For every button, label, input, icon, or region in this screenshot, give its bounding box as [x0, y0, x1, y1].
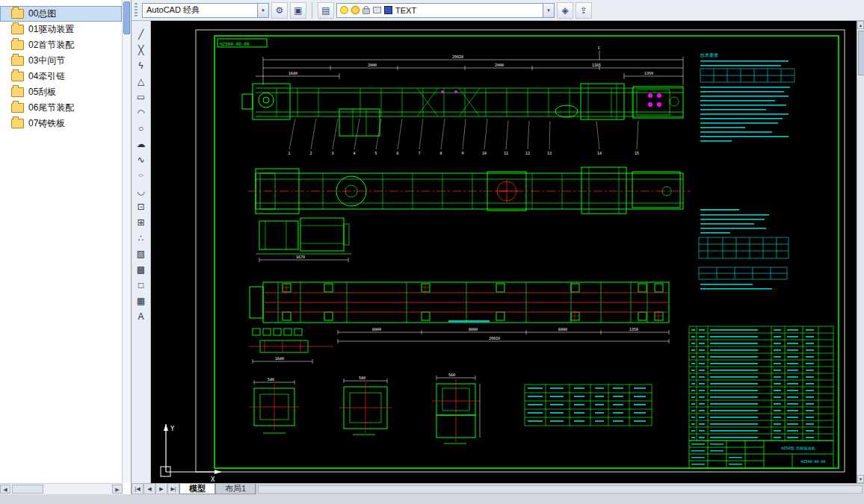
tool-arc-button[interactable]: ◠	[134, 105, 149, 120]
tree-item-label: 03中间节	[28, 55, 65, 67]
scroll-left-icon[interactable]: ◀	[0, 485, 10, 494]
layer-freeze-icon[interactable]	[351, 6, 360, 14]
scrollbar-track[interactable]	[258, 485, 863, 494]
tree-item-03-middle[interactable]: 03中间节	[0, 53, 122, 69]
insert-block-icon: ⊡	[137, 202, 144, 212]
tool-polyline-button[interactable]: ϟ	[134, 58, 149, 73]
layer-combo[interactable]: TEXT ▼	[336, 3, 555, 18]
dim-label: 2000	[495, 63, 504, 67]
tool-spline-button[interactable]: ∿	[134, 152, 149, 167]
svg-text:11: 11	[504, 151, 508, 155]
tool-ellipse-button[interactable]: ○	[134, 168, 149, 183]
canvas-vertical-scrollbar[interactable]: ▲ ▼	[857, 21, 864, 483]
tree-item-label: 06尾节装配	[28, 102, 74, 114]
scrollbar-thumb[interactable]	[123, 1, 130, 34]
dim-label: 560	[448, 373, 455, 377]
draw-toolbar: ╱ ╳ ϟ △ ▭ ◠ ○ ☁ ∿ ○ ◡ ⊡ ⊞ ∴ ▨ ▩ □ ▦ A	[132, 21, 151, 483]
drive-detail-view: 1670	[256, 218, 351, 262]
svg-text:4: 4	[353, 151, 355, 155]
canvas-horizontal-scrollbar[interactable]	[256, 484, 864, 494]
tool-polygon-button[interactable]: △	[134, 74, 149, 89]
tree-vertical-scrollbar[interactable]	[122, 0, 131, 482]
tree-item-01-drive[interactable]: 01驱动装置	[0, 22, 122, 37]
tab-nav-first-button[interactable]: |◀	[132, 484, 144, 494]
tool-insert-block-button[interactable]: ⊡	[134, 199, 149, 214]
tool-mtext-button[interactable]: A	[134, 309, 149, 324]
svg-text:3: 3	[331, 151, 333, 155]
tab-layout1[interactable]: 布局1	[215, 484, 256, 494]
title-block: HZ50型 刮板输送机 HZ500-00-00	[689, 441, 833, 468]
tree-item-04-chain[interactable]: 04牵引链	[0, 69, 122, 84]
section-label: C	[598, 46, 600, 50]
tree-item-00-general[interactable]: 00总图	[0, 6, 122, 22]
scroll-down-icon[interactable]: ▼	[857, 475, 864, 483]
tool-hatch-button[interactable]: ▨	[134, 246, 149, 261]
tool-rectangle-button[interactable]: ▭	[134, 90, 149, 105]
toolbar-grip[interactable]	[135, 3, 138, 18]
tree-item-label: 04牵引链	[28, 70, 65, 83]
rectangle-icon: ▭	[137, 92, 145, 102]
chevron-down-icon[interactable]: ▼	[257, 4, 268, 17]
balloon-numbers: 1 2 3 4 5 6 7 8 9 10 11 12 13 14	[288, 151, 639, 155]
tree-item-07-castiron[interactable]: 07铸铁板	[0, 116, 122, 131]
workspace-combo-value: AutoCAD 经典	[146, 4, 257, 16]
tool-construction-line-button[interactable]: ╳	[134, 43, 149, 57]
tree-item-label: 01驱动装置	[28, 23, 74, 36]
tool-region-button[interactable]: □	[134, 278, 149, 293]
tool-revcloud-button[interactable]: ☁	[134, 137, 149, 152]
tab-nav-prev-button[interactable]: ◀	[144, 484, 155, 494]
svg-text:10: 10	[482, 151, 487, 155]
save-workspace-button[interactable]: ▣	[290, 2, 306, 19]
scroll-up-icon[interactable]: ▲	[857, 21, 864, 29]
tree-item-06-tail[interactable]: 06尾节装配	[0, 100, 122, 116]
layer-color-swatch	[384, 6, 392, 14]
construction-line-icon: ╳	[138, 45, 144, 55]
layer-on-off-icon[interactable]	[340, 6, 348, 14]
hatch-icon: ▨	[137, 249, 145, 259]
tool-table-button[interactable]: ▦	[134, 293, 149, 308]
tool-circle-button[interactable]: ○	[134, 121, 149, 136]
tree-item-05-scraper[interactable]: 05刮板	[0, 84, 122, 100]
tool-ellipse-arc-button[interactable]: ◡	[134, 184, 149, 199]
workspace-combo[interactable]: AutoCAD 经典 ▼	[142, 3, 269, 18]
tree-horizontal-scrollbar[interactable]: ◀ ▶	[0, 483, 123, 494]
gradient-icon: ▩	[137, 264, 145, 275]
dim-label: 29920	[489, 336, 500, 340]
dim-label: 6000	[372, 327, 381, 332]
tab-model[interactable]: 模型	[179, 484, 215, 494]
tab-nav-last-button[interactable]: ▶|	[167, 484, 179, 494]
make-block-icon: ⊞	[137, 217, 144, 228]
folder-icon	[11, 87, 24, 97]
tool-line-button[interactable]: ╱	[134, 27, 149, 42]
tree-item-02-head[interactable]: 02首节装配	[0, 37, 122, 53]
folder-icon	[11, 103, 24, 113]
ucs-icon: Y X	[161, 424, 221, 483]
svg-text:13: 13	[547, 151, 552, 155]
workspace-settings-button[interactable]: ⚙	[271, 2, 288, 19]
sheet-label: HZ500-00-00	[220, 41, 250, 46]
tool-make-block-button[interactable]: ⊞	[134, 215, 149, 230]
tab-nav-next-button[interactable]: ▶	[155, 484, 167, 494]
model-space-canvas[interactable]: HZ500-00-00 29920 2000 2000 1165 1640 13…	[151, 21, 857, 483]
scroll-right-icon[interactable]: ▶	[112, 485, 123, 494]
save-workspace-icon: ▣	[294, 5, 302, 16]
toolbar-separator	[312, 2, 312, 19]
layer-lock-icon[interactable]	[362, 8, 370, 14]
chevron-down-icon[interactable]: ▼	[543, 4, 554, 17]
detail-views: 546 500 560	[250, 373, 480, 444]
layer-states-button[interactable]: ◈	[557, 2, 573, 19]
dim-label: 1350	[644, 71, 653, 75]
tool-point-button[interactable]: ∴	[134, 231, 149, 246]
make-layer-current-button[interactable]: ⇪	[576, 2, 592, 19]
layer-combo-value: TEXT	[395, 6, 540, 15]
svg-text:6: 6	[396, 151, 398, 155]
layer-properties-button[interactable]: ▤	[318, 2, 334, 19]
mtext-icon: A	[138, 311, 144, 322]
svg-text:12: 12	[525, 151, 530, 155]
svg-text:8: 8	[439, 151, 442, 155]
layer-plot-icon[interactable]	[373, 7, 381, 13]
scrollbar-thumb[interactable]	[12, 485, 43, 494]
scrollbar-thumb[interactable]	[858, 31, 864, 75]
top-toolbar: AutoCAD 经典 ▼ ⚙ ▣ ▤ TEXT ▼ ◈ ⇪	[132, 0, 864, 21]
tool-gradient-button[interactable]: ▩	[134, 262, 149, 277]
